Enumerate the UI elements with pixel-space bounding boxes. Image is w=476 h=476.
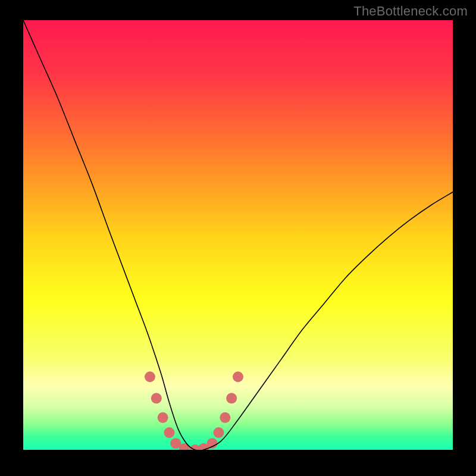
gradient-background — [23, 20, 453, 450]
watermark-text: TheBottleneck.com — [353, 4, 468, 19]
bottleneck-chart — [23, 20, 453, 450]
highlight-marker — [214, 427, 224, 438]
highlight-marker — [207, 438, 218, 449]
highlight-marker — [164, 427, 174, 438]
highlight-marker — [226, 393, 237, 403]
highlight-marker — [151, 393, 162, 403]
highlight-marker — [145, 371, 155, 382]
highlight-marker — [158, 412, 168, 423]
highlight-marker — [233, 371, 243, 382]
highlight-marker — [220, 412, 230, 423]
chart-frame: TheBottleneck.com — [0, 0, 476, 476]
